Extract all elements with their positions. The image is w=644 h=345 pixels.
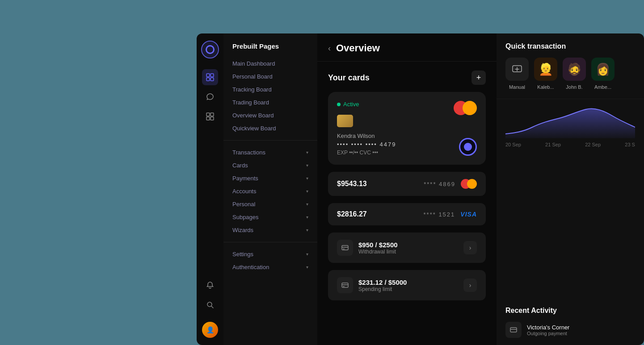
nav-section-title: Prebuilt Pages [223,42,317,57]
main-body: Your cards + Active Kendra Wilson •••• •… [317,62,497,345]
nav-sidebar: Prebuilt Pages Main Dashboard Personal B… [223,33,317,345]
qt-name-amber: Ambe... [594,84,611,90]
nav-item-personal-board[interactable]: Personal Board [223,70,317,83]
chart-labels: 20 Sep 21 Sep 22 Sep 23 S [505,142,635,147]
qt-avatar-amber: 👩 [591,58,615,81]
nav-group-subpages[interactable]: Subpages ▾ [223,211,317,224]
chevron-icon-accounts: ▾ [306,189,308,194]
back-button[interactable]: ‹ [328,44,331,53]
svg-rect-13 [343,286,345,287]
cards-section-header: Your cards + [328,71,486,85]
svg-rect-5 [210,113,214,116]
card3-right: **** 1521 VISA [424,211,477,218]
svg-rect-4 [206,113,210,116]
svg-line-9 [211,306,213,308]
svg-rect-2 [206,78,210,81]
nav-separator-1 [223,140,317,141]
activity-name-1: Victoria's Corner [527,324,569,331]
chevron-icon-payments: ▾ [306,176,308,181]
chevron-icon-personal: ▾ [306,202,308,207]
mc2-yellow [467,179,477,189]
activity-item-1: Victoria's Corner Outgoing payment [505,322,635,338]
chart-label-2: 21 Sep [545,142,561,147]
limit-row-spending: $231.12 / $5000 Spending limit › [328,270,486,300]
limit-left-1: $950 / $2500 Withdrawal limit [337,240,398,256]
chevron-icon-cards: ▾ [306,163,308,168]
nav-item-trading-board[interactable]: Trading Board [223,96,317,109]
qt-item-amber[interactable]: 👩 Ambe... [591,58,615,90]
card2-number: **** 4869 [424,181,455,187]
chevron-icon-settings: ▾ [306,252,308,257]
chevron-icon-transactions: ▾ [306,150,308,155]
card-cardholder: Kendra Wilson [337,133,477,139]
sidebar-icon-bell[interactable] [202,277,218,293]
add-card-button[interactable]: + [471,71,486,85]
qt-item-kaleb[interactable]: 👱 Kaleb... [534,58,557,90]
spending-label: Spending limit [358,286,407,292]
small-card-2: $9543.13 **** 4869 [328,172,486,196]
limit-row-withdrawal: $950 / $2500 Withdrawal limit › [328,233,486,263]
quick-transaction-list: Manual 👱 Kaleb... 🧔 John B. 👩 [505,58,635,90]
svg-rect-6 [206,117,210,120]
sidebar-icon-board[interactable] [202,69,218,85]
recent-activity-section: Recent Activity Victoria's Corner Outgoi… [497,299,644,345]
card-expiry: EXP ••/•• CVC ••• [337,150,477,156]
qt-avatar-kaleb: 👱 [534,58,557,81]
svg-rect-3 [210,78,214,81]
svg-rect-1 [210,74,214,77]
nav-group-settings[interactable]: Settings ▾ [223,248,317,261]
sidebar-icon-grid[interactable] [202,108,218,125]
card3-amount: $2816.27 [337,210,367,218]
icon-sidebar: 👤 [197,33,223,345]
spending-arrow-button[interactable]: › [463,278,477,292]
nav-group-accounts[interactable]: Accounts ▾ [223,185,317,198]
chevron-icon-authentication: ▾ [306,265,308,270]
spending-amount: $231.12 / $5000 [358,278,407,286]
main-header: ‹ Overview [317,33,497,62]
card2-amount: $9543.13 [337,180,367,188]
chart-label-4: 23 S [625,142,635,147]
page-title: Overview [336,42,380,54]
sidebar-icon-search[interactable] [202,297,218,313]
nav-item-overview-board[interactable]: Overview Board [223,109,317,122]
activity-info-1: Victoria's Corner Outgoing payment [527,324,569,336]
nav-group-cards[interactable]: Cards ▾ [223,159,317,172]
card-brand-logo [459,138,477,156]
limit-icon-spending [337,277,353,293]
withdrawal-arrow-button[interactable]: › [463,241,477,254]
withdrawal-label: Withdrawal limit [358,249,398,255]
card-chip [337,115,353,127]
recent-activity-title: Recent Activity [505,307,635,315]
cards-section-title: Your cards [328,73,370,83]
mc-circle-yellow [463,101,477,115]
qt-item-manual[interactable]: Manual [505,58,529,90]
limit-info-2: $231.12 / $5000 Spending limit [358,278,407,292]
svg-rect-12 [342,283,348,287]
card2-mastercard-logo [461,179,477,189]
user-avatar-icon[interactable]: 👤 [202,322,218,338]
quick-transaction-section: Quick transaction Manual 👱 Kaleb. [497,33,644,99]
nav-group-wizards[interactable]: Wizards ▾ [223,224,317,237]
main-credit-card: Active Kendra Wilson •••• •••• •••• 4479… [328,92,486,165]
nav-group-personal[interactable]: Personal ▾ [223,198,317,211]
chevron-icon-subpages: ▾ [306,215,308,220]
svg-rect-10 [342,245,348,250]
app-logo[interactable] [201,41,219,58]
card-number: •••• •••• •••• 4479 [337,141,477,148]
visa-logo: VISA [460,211,477,218]
chart-label-3: 22 Sep [585,142,601,147]
mastercard-logo [454,101,477,115]
nav-item-quickview-board[interactable]: Quickview Board [223,122,317,135]
nav-group-transactions[interactable]: Transactions ▾ [223,146,317,159]
logo-inner [206,45,215,54]
svg-rect-11 [343,249,345,249]
qt-item-john[interactable]: 🧔 John B. [563,58,586,90]
nav-item-tracking-board[interactable]: Tracking Board [223,83,317,96]
svg-rect-0 [206,74,210,77]
nav-group-payments[interactable]: Payments ▾ [223,172,317,185]
sidebar-icon-chat[interactable] [202,89,218,105]
nav-group-authentication[interactable]: Authentication ▾ [223,261,317,274]
qt-name-manual: Manual [509,84,525,90]
quick-transaction-title: Quick transaction [505,42,635,50]
nav-item-main-dashboard[interactable]: Main Dashboard [223,57,317,70]
